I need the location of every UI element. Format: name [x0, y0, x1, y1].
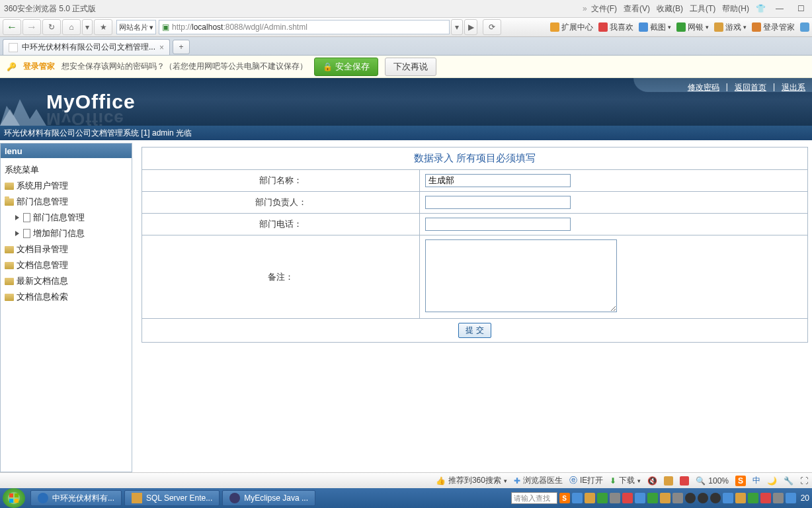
home-button[interactable]: ⌂ [62, 19, 81, 35]
input-dept-name[interactable] [425, 174, 571, 187]
tray-ico2[interactable] [572, 493, 583, 503]
minimize-icon[interactable]: — [772, 4, 787, 13]
save-bar-lead: 登录管家 [23, 61, 55, 72]
mute-icon[interactable]: 🔇 [647, 476, 657, 486]
maximize-icon[interactable]: ☐ [793, 4, 808, 13]
address-bar[interactable]: ▣ http://localhost:8088/wdgl/Admin.shtml [159, 20, 450, 34]
footer-expand-icon[interactable]: ⛶ [800, 476, 808, 486]
tab-favicon [9, 43, 18, 52]
tray-ico6[interactable] [622, 493, 633, 503]
tray-ico8[interactable] [647, 493, 658, 503]
save-bar-msg: 想安全保存该网站的密码吗？（若您使用网吧等公共电脑不建议保存） [61, 61, 307, 72]
tab-title: 中环光伏材料有限公司公司文档管理... [22, 42, 155, 53]
shirt-icon[interactable]: 👕 [756, 4, 766, 13]
content-area: 数据录入 所有项目必须填写 部门名称： 部门负责人： 部门电话： 备注： 提 交 [132, 140, 812, 472]
new-tab-button[interactable]: + [173, 40, 190, 54]
menu-doc-search[interactable]: 文档信息检索 [3, 289, 129, 305]
tray-ico18[interactable] [773, 493, 784, 503]
tray-ico5[interactable] [610, 493, 620, 503]
task-sqlserver[interactable]: SQL Server Ente... [124, 490, 220, 506]
footer-tool-icon[interactable]: 🔧 [784, 476, 793, 486]
tab-active[interactable]: 中环光伏材料有限公司公司文档管理... × [3, 39, 170, 55]
footer-bar: 👍推荐到360搜索▾ ✚浏览器医生 ⓔIE打开 ⬇下载▾ 🔇 🔍100% S 中… [0, 472, 812, 488]
menu-dept-info[interactable]: 部门信息管理 [3, 194, 129, 210]
link-logout[interactable]: 退出系 [782, 82, 805, 93]
menu-user-mgmt[interactable]: 系统用户管理 [3, 178, 129, 194]
menu-doc-catalog[interactable]: 文档目录管理 [3, 241, 129, 257]
footer-ico1[interactable] [664, 476, 673, 486]
recommend-360[interactable]: 👍推荐到360搜索▾ [436, 475, 507, 486]
folder-icon [5, 278, 14, 285]
menu-file[interactable]: 文件(F) [591, 3, 617, 15]
input-dept-head[interactable] [425, 196, 571, 209]
page-icon: ▣ [162, 22, 169, 32]
windows-icon [7, 491, 20, 505]
tray-volume-icon[interactable] [786, 493, 796, 503]
game-btn[interactable]: 游戏▾ [714, 22, 747, 33]
star-button[interactable]: ★ [94, 19, 112, 35]
go-button[interactable]: ▶ [464, 19, 477, 35]
link-change-pwd[interactable]: 修改密码 [688, 82, 719, 93]
menu-add-dept[interactable]: 增加部门信息 [3, 226, 129, 241]
input-dept-phone[interactable] [425, 218, 571, 231]
tray-ico10[interactable] [672, 493, 683, 503]
menu-view[interactable]: 查看(V) [624, 3, 650, 15]
later-button[interactable]: 下次再说 [385, 58, 436, 76]
tray-qq3-icon[interactable] [710, 493, 721, 503]
tray-ico4[interactable] [597, 493, 608, 503]
footer-moon-icon[interactable]: 🌙 [767, 476, 777, 486]
like-btn[interactable]: 我喜欢 [598, 22, 633, 33]
tray-qq2-icon[interactable] [698, 493, 708, 503]
refresh2-button[interactable]: ⟳ [483, 19, 501, 35]
task-myeclipse[interactable]: MyEclipse Java ... [222, 490, 315, 506]
page-icon [23, 213, 30, 222]
svg-rect-6 [15, 499, 19, 503]
forward-button[interactable]: → [22, 19, 41, 35]
menu-latest-doc[interactable]: 最新文档信息 [3, 273, 129, 289]
footer-sogou-icon[interactable]: S [735, 476, 746, 486]
download[interactable]: ⬇下载▾ [610, 475, 641, 486]
dept-form-table: 数据录入 所有项目必须填写 部门名称： 部门负责人： 部门电话： 备注： 提 交 [142, 147, 808, 343]
tray-ico9[interactable] [660, 493, 670, 503]
label-dept-phone: 部门电话： [142, 214, 420, 235]
browser-doctor[interactable]: ✚浏览器医生 [514, 475, 563, 486]
footer-ico2[interactable] [680, 476, 689, 486]
netbank-btn[interactable]: 网银▾ [676, 22, 709, 33]
menu-doc-info[interactable]: 文档信息管理 [3, 257, 129, 273]
reload-button[interactable]: ↻ [42, 19, 61, 35]
tray-qq1-icon[interactable] [685, 493, 696, 503]
tab-strip: 中环光伏材料有限公司公司文档管理... × + [0, 37, 812, 56]
screenshot-btn[interactable]: 截图▾ [639, 22, 671, 33]
menu-tools[interactable]: 工具(T) [690, 3, 715, 15]
tray-search[interactable]: 请输入查找 [511, 492, 557, 504]
key-icon: 🔑 [7, 62, 17, 71]
footer-ime-cn[interactable]: 中 [752, 475, 760, 486]
link-home[interactable]: 返回首页 [735, 82, 766, 93]
tray-ico7[interactable] [635, 493, 645, 503]
dropdown-button[interactable]: ▾ [82, 19, 93, 35]
ie-open[interactable]: ⓔIE打开 [569, 475, 603, 486]
address-label[interactable]: 网站名片▾ [116, 20, 156, 34]
tray-ico15[interactable] [735, 493, 746, 503]
back-button[interactable]: ← [3, 19, 21, 35]
addr-dropdown[interactable]: ▾ [451, 19, 463, 35]
tray-ico14[interactable] [723, 493, 733, 503]
ext-center[interactable]: 扩展中心 [550, 22, 593, 33]
menu-help[interactable]: 帮助(H) [722, 3, 749, 15]
tray-sogou-icon[interactable]: S [559, 493, 570, 503]
zoom[interactable]: 🔍100% [696, 476, 729, 486]
menu-fav[interactable]: 收藏(B) [657, 3, 683, 15]
tray-ico17[interactable] [760, 493, 771, 503]
more-icon[interactable] [800, 22, 809, 32]
start-button[interactable] [3, 488, 25, 508]
login-mgr-btn[interactable]: 登录管家 [752, 22, 795, 33]
tray-ico16[interactable] [748, 493, 758, 503]
menu-dept-info-mgmt[interactable]: 部门信息管理 [3, 210, 129, 226]
save-secure-button[interactable]: 🔒安全保存 [314, 58, 378, 76]
textarea-remark[interactable] [425, 239, 617, 312]
form-header: 数据录入 所有项目必须填写 [142, 148, 808, 170]
tab-close-icon[interactable]: × [159, 43, 164, 52]
tray-ico3[interactable] [585, 493, 595, 503]
submit-button[interactable]: 提 交 [458, 323, 491, 338]
task-app1[interactable]: 中环光伏材料有... [30, 490, 122, 506]
